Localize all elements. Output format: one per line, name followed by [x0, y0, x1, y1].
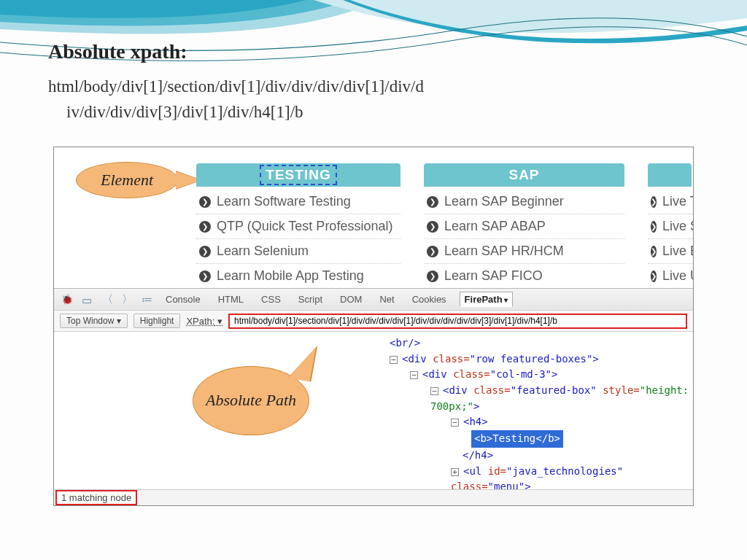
list-item[interactable]: ❯Learn Mobile App Testing	[196, 264, 400, 288]
chevron-icon: ❯	[427, 246, 438, 257]
xpath-line2: iv/div/div/div[3]/div[1]/div/h4[1]/b	[48, 100, 699, 125]
header-testing[interactable]: TESTING	[196, 163, 400, 187]
xpath-toolbar: Top Window ▾ Highlight XPath: ▾	[54, 310, 693, 332]
third-list: ❯Live Test ❯Live Sele ❯Live Eco ❯Live UF…	[648, 190, 694, 288]
chevron-icon: ❯	[427, 271, 438, 282]
inspect-icon[interactable]: ▭	[82, 294, 93, 306]
tab-firepath[interactable]: FirePath	[460, 292, 514, 307]
highlight-button[interactable]: Highlight	[133, 314, 181, 328]
list-item[interactable]: ❯Live UFT	[648, 264, 694, 288]
collapse-icon[interactable]: −	[410, 371, 418, 379]
tab-dom[interactable]: DOM	[336, 292, 366, 306]
status-bar: 1 matching node	[54, 489, 693, 505]
chevron-icon: ❯	[651, 246, 657, 257]
list-item[interactable]: ❯Learn SAP HR/HCM	[424, 239, 624, 264]
list-item[interactable]: ❯Live Test	[648, 190, 694, 214]
html-source-tree[interactable]: <br/> −<div class="row featured-boxes"> …	[54, 335, 693, 488]
highlighted-node[interactable]: <b>Testing</b>	[471, 430, 563, 448]
chevron-icon: ❯	[199, 196, 211, 208]
column-headers: TESTING SAP	[196, 163, 692, 187]
list-item[interactable]: ❯Live Eco	[648, 239, 694, 264]
list-item[interactable]: ❯Learn SAP ABAP	[424, 214, 624, 239]
tab-console[interactable]: Console	[161, 292, 205, 306]
list-item[interactable]: ❯Live Sele	[648, 214, 694, 239]
absolute-path-callout: Absolute Path	[193, 366, 309, 435]
nav-forward-icon[interactable]: 〉	[122, 292, 133, 306]
list-item[interactable]: ❯QTP (Quick Test Professional)	[196, 214, 400, 239]
xpath-input[interactable]	[228, 314, 687, 329]
tab-script[interactable]: Script	[294, 292, 327, 306]
chevron-icon: ❯	[651, 196, 657, 208]
testing-list: ❯Learn Software Testing ❯QTP (Quick Test…	[196, 190, 400, 288]
chevron-icon: ❯	[199, 246, 211, 257]
slide-title: Absolute xpath:	[48, 40, 699, 63]
header-third[interactable]	[648, 163, 692, 187]
devtools-tabbar: 🐞 ▭ 〈 〉 ≔ Console HTML CSS Script DOM Ne…	[54, 288, 693, 310]
firebug-icon[interactable]: 🐞	[61, 294, 73, 306]
list-item[interactable]: ❯Learn Selenium	[196, 239, 400, 264]
tab-net[interactable]: Net	[375, 292, 398, 306]
screenshot-frame: Element TESTING SAP ❯Learn Software Test…	[53, 147, 694, 506]
chevron-icon: ❯	[651, 221, 657, 233]
chevron-icon: ❯	[427, 221, 438, 233]
sap-list: ❯Learn SAP Beginner ❯Learn SAP ABAP ❯Lea…	[424, 190, 624, 288]
chevron-icon: ❯	[199, 271, 211, 282]
tab-cookies[interactable]: Cookies	[408, 292, 451, 306]
list-item[interactable]: ❯Learn SAP FICO	[424, 264, 624, 288]
nav-back-icon[interactable]: 〈	[102, 292, 113, 306]
header-sap[interactable]: SAP	[424, 163, 624, 187]
matching-node-count: 1 matching node	[55, 490, 137, 505]
tab-css[interactable]: CSS	[257, 292, 285, 306]
expand-icon[interactable]: +	[451, 468, 459, 476]
top-window-dropdown[interactable]: Top Window ▾	[60, 314, 128, 328]
tab-html[interactable]: HTML	[214, 292, 248, 306]
collapse-icon[interactable]: −	[430, 387, 438, 395]
collapse-icon[interactable]: −	[451, 419, 459, 427]
collapse-icon[interactable]: −	[390, 356, 398, 364]
element-callout: Element	[76, 162, 178, 198]
chevron-icon: ❯	[427, 196, 438, 208]
chevron-icon: ❯	[651, 271, 657, 282]
list-item[interactable]: ❯Learn SAP Beginner	[424, 190, 624, 214]
chevron-icon: ❯	[199, 221, 211, 233]
xpath-line1: html/body/div[1]/section/div[1]/div/div/…	[48, 74, 699, 100]
xpath-label: XPath: ▾	[186, 316, 222, 327]
lines-icon[interactable]: ≔	[142, 293, 152, 306]
xpath-example-text: html/body/div[1]/section/div[1]/div/div/…	[48, 74, 699, 125]
list-item[interactable]: ❯Learn Software Testing	[196, 190, 400, 214]
